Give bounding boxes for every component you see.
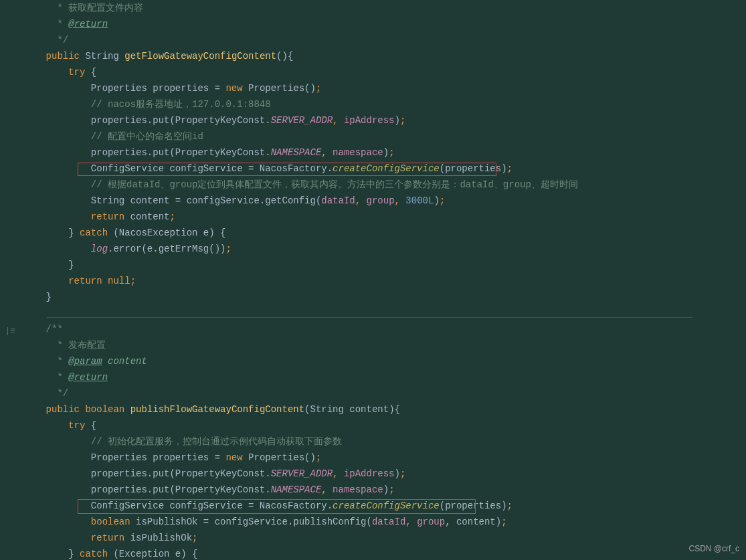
code-line: log.error(e.getErrMsg()); [23,241,746,257]
code-line: properties.put(PropertyKeyConst.NAMESPAC… [23,145,746,161]
code-line: public String getFlowGatewayConfigConten… [23,48,746,64]
code-line: return null; [23,273,746,289]
code-line: Properties properties = new Properties()… [23,80,746,96]
code-line: // nacos服务器地址，127.0.0.1:8848 [23,96,746,112]
mark-icon: |≡ [5,326,15,336]
code-line: public boolean publishFlowGatewayConfigC… [23,401,746,417]
code-line: } [23,289,746,305]
watermark: CSDN @crf_c [688,544,739,553]
code-editor[interactable]: * 获取配置文件内容 * @return */ public String ge… [23,0,746,560]
code-line: ConfigService configService = NacosFacto… [23,161,746,177]
method-separator [47,317,692,318]
code-line: // 初始化配置服务，控制台通过示例代码自动获取下面参数 [23,434,746,450]
code-line: try { [23,417,746,434]
code-line: // 配置中心的命名空间id [23,128,746,145]
code-line: properties.put(PropertyKeyConst.SERVER_A… [23,112,746,128]
code-line: try { [23,64,746,80]
code-line: properties.put(PropertyKeyConst.SERVER_A… [23,466,746,482]
code-line: } [23,257,746,273]
code-line: String content = configService.getConfig… [23,193,746,209]
code-line: } catch (Exception e) { [23,546,746,560]
code-line: * @param content [23,353,746,369]
code-line: // 根据dataId、group定位到具体配置文件，获取其内容。方法中的三个参… [23,177,746,193]
code-line: * @return [23,369,746,385]
code-line: * @return [23,16,746,32]
code-line: */ [23,32,746,48]
code-line: properties.put(PropertyKeyConst.NAMESPAC… [23,482,746,498]
code-line: ConfigService configService = NacosFacto… [23,498,746,514]
code-line: * 获取配置文件内容 [23,0,746,16]
code-line: boolean isPublishOk = configService.publ… [23,514,746,530]
code-line: */ [23,385,746,401]
editor-gutter: |≡ [0,0,23,560]
code-line: * 发布配置 [23,337,746,353]
code-line: return isPublishOk; [23,530,746,546]
code-line: /** [23,321,746,337]
code-line: return content; [23,209,746,225]
code-line: Properties properties = new Properties()… [23,450,746,466]
code-line: } catch (NacosException e) { [23,225,746,241]
